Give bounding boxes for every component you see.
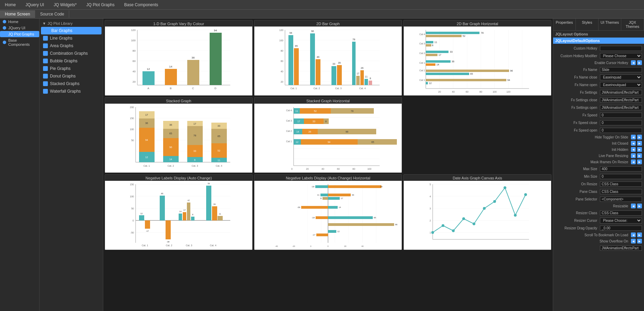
toggle-enable-cursor-hotkey[interactable]: ◀ ▶: [631, 60, 642, 65]
sidebar-secondary: ▼ JQ Plot Library Bar Graphs Line Graphs…: [40, 19, 103, 311]
slider-left-btn[interactable]: ◀: [631, 60, 636, 65]
row-show-overflow: Show Overflow On ◀ ▶: [553, 238, 644, 244]
svg-text:33: 33: [450, 51, 453, 53]
sidebar2-item-combo[interactable]: Combination Graphs: [40, 50, 103, 57]
svg-text:100: 100: [131, 39, 136, 42]
input-resizer-class[interactable]: [600, 210, 642, 216]
svg-text:35: 35: [338, 62, 341, 64]
tab-ui-themes[interactable]: UI Themes: [599, 19, 621, 30]
resizable-left[interactable]: ◀: [631, 204, 636, 208]
chart-stacked-horiz-title: Stacked Graph Horizontal: [254, 97, 402, 104]
init-hidden-right[interactable]: ▶: [637, 147, 642, 152]
select-fx-name-close[interactable]: Easeinquad: [600, 74, 642, 80]
select-fx-name-open[interactable]: Easeinoutquad: [600, 82, 642, 88]
input-pane-class[interactable]: [600, 189, 642, 194]
sidebar2-item-waterfall[interactable]: Waterfall Graphs: [40, 87, 103, 95]
show-overflow-left[interactable]: ◀: [631, 239, 636, 243]
sidebar2-item-line[interactable]: Line Graphs: [40, 34, 103, 42]
waterfall-graphs-icon: [43, 89, 48, 94]
toggle-mask-iframes[interactable]: ◀ ▶: [631, 159, 642, 164]
tab-home-screen[interactable]: Home Screen: [0, 10, 35, 18]
init-closed-left[interactable]: ◀: [631, 141, 636, 146]
init-hidden-left[interactable]: ◀: [631, 147, 636, 152]
input-fx-settings-open[interactable]: [600, 105, 642, 110]
live-pane-left[interactable]: ◀: [631, 153, 636, 158]
svg-rect-102: [426, 70, 509, 72]
svg-text:12: 12: [147, 68, 150, 71]
input-fx-name[interactable]: [600, 67, 642, 72]
sidebar2-item-bar[interactable]: Bar Graphs: [41, 27, 102, 34]
combo-graphs-icon: [43, 51, 48, 56]
sidebar2-item-stacked[interactable]: Stacked Graphs: [40, 80, 103, 87]
toggle-scroll-bookmark[interactable]: ◀ ▶: [631, 232, 642, 237]
home-icon: [3, 20, 6, 23]
nav-home[interactable]: Home: [3, 2, 18, 8]
init-closed-right[interactable]: ▶: [637, 141, 642, 146]
toggle-resizable[interactable]: ◀ ▶: [631, 204, 642, 208]
input-fx-speed[interactable]: [600, 113, 642, 118]
show-overflow-right[interactable]: ▶: [637, 239, 642, 243]
nav-base[interactable]: Base Components: [122, 2, 160, 8]
hide-toggler-right[interactable]: ▶: [637, 135, 642, 139]
svg-text:80: 80: [479, 91, 482, 93]
input-jw-animation[interactable]: [600, 246, 642, 251]
chart-negative-horiz-body: -40 -20 0 0 20 40 Cat 4 -18 78 Cat 3: [254, 181, 402, 250]
tab-properties[interactable]: Properties: [553, 19, 576, 30]
sidebar-item-base[interactable]: Base Components: [0, 37, 39, 48]
mask-iframes-right[interactable]: ▶: [637, 159, 642, 164]
svg-rect-20: [210, 33, 222, 85]
nav-jq-widgets[interactable]: JQ Widgets*: [52, 2, 79, 8]
sidebar2-item-donut[interactable]: Donut Graphs: [40, 72, 103, 80]
active-option[interactable]: JQLayoutDefaultOptions: [553, 38, 644, 44]
svg-rect-40: [288, 35, 293, 85]
input-max-size[interactable]: [600, 166, 642, 172]
input-min-size[interactable]: [600, 174, 642, 179]
input-fx-settings-close[interactable]: [600, 97, 642, 103]
toggle-init-hidden[interactable]: ◀ ▶: [631, 147, 642, 152]
input-pane-selector[interactable]: [600, 197, 642, 202]
sidebar2-item-area[interactable]: Area Graphs: [40, 42, 103, 50]
sidebar2-expand-icon[interactable]: ▼: [42, 21, 46, 25]
nav-jq-plot[interactable]: JQ Plot Graphs: [84, 2, 117, 8]
tab-styles[interactable]: Styles: [576, 19, 599, 30]
toggle-live-pane[interactable]: ◀ ▶: [631, 153, 642, 158]
tab-source-code[interactable]: Source Code: [35, 10, 69, 18]
scroll-bookmark-left[interactable]: ◀: [631, 232, 636, 237]
input-on-resize[interactable]: [600, 182, 642, 187]
sidebar2-item-pie[interactable]: Pie Graphs: [40, 65, 103, 72]
sidebar-item-jquery-ui[interactable]: JQuery UI: [0, 25, 39, 31]
nav-jquery-ui[interactable]: JQuery UI: [23, 2, 46, 8]
chart-date-axis: Date Axis Graph Canvas Axis 5 4 3 2 1: [403, 174, 551, 250]
input-fx-speed-open[interactable]: [600, 128, 642, 133]
sidebar-item-home[interactable]: Home: [0, 19, 39, 25]
input-custom-hotkey[interactable]: [600, 46, 642, 51]
input-resizer-drag-opacity[interactable]: [600, 226, 642, 231]
svg-text:-39: -39: [167, 241, 170, 243]
svg-text:1: 1: [430, 231, 431, 234]
sidebar2-item-bubble[interactable]: Bubble Graphs: [40, 57, 103, 65]
live-pane-right[interactable]: ▶: [637, 153, 642, 158]
pie-graphs-icon: [43, 66, 48, 71]
input-fx-settings[interactable]: [600, 90, 642, 95]
svg-rect-272: [316, 216, 328, 219]
svg-rect-54: [356, 76, 360, 85]
svg-rect-221: [179, 214, 182, 220]
toggle-init-closed[interactable]: ◀ ▶: [631, 141, 642, 146]
tab-jqx-themes[interactable]: JQX Themes: [621, 19, 644, 30]
toggle-hide-toggler[interactable]: ◀ ▶: [631, 135, 642, 139]
scroll-bookmark-right[interactable]: ▶: [637, 232, 642, 237]
svg-text:33: 33: [193, 150, 196, 152]
sidebar-item-jq-plot[interactable]: JQ Plot Graphs: [0, 31, 39, 37]
svg-text:Cat. 1: Cat. 1: [144, 165, 150, 167]
label-fx-name: Fx Name: [555, 68, 600, 72]
toggle-show-overflow[interactable]: ◀ ▶: [631, 239, 642, 243]
mask-iframes-left[interactable]: ◀: [631, 159, 636, 164]
select-custom-hotkey-modifier[interactable]: Please Choose: [600, 53, 642, 59]
select-resizer-cursor[interactable]: Please Choose:: [600, 218, 642, 224]
slider-right-btn[interactable]: ▶: [637, 60, 642, 65]
resizable-right[interactable]: ▶: [637, 204, 642, 208]
svg-text:Cat. 1: Cat. 1: [291, 87, 297, 90]
input-fx-speed-close[interactable]: [600, 120, 642, 125]
row-live-pane: Live Pane Resizing ◀ ▶: [553, 153, 644, 159]
hide-toggler-left[interactable]: ◀: [631, 135, 636, 139]
